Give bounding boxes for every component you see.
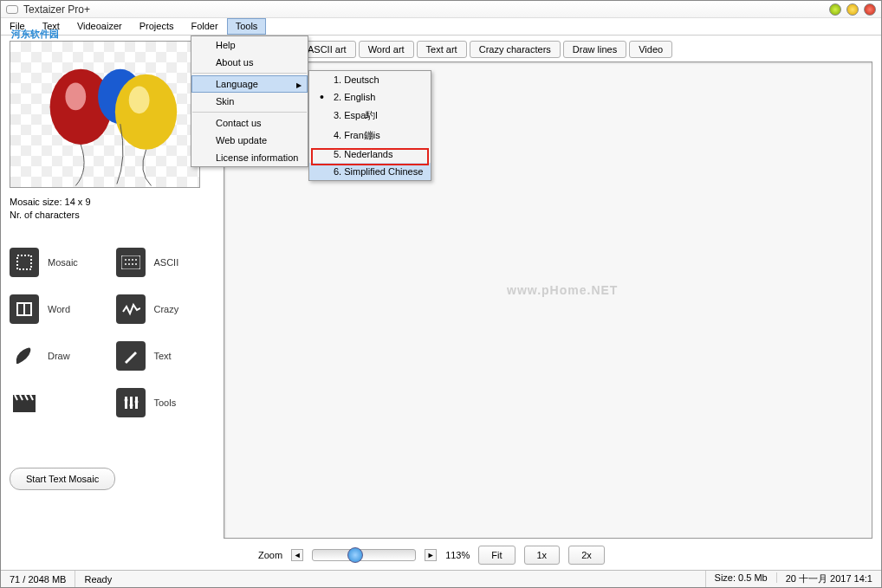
tab-text-art[interactable]: Text art [417,41,467,58]
mosaic-icon [10,248,39,277]
dd-skin[interactable]: Skin [191,93,308,110]
window-title: Textaizer Pro+ [23,3,90,16]
dd-webupdate[interactable]: Web update [191,132,308,149]
tool-grid: Mosaic ASCII Word Crazy Draw Text Tools [10,248,215,417]
tab-video[interactable]: Video [629,41,672,58]
zoom-1x-button[interactable]: 1x [524,546,561,565]
dd-help[interactable]: Help [191,36,308,54]
zoom-slider-thumb[interactable] [347,547,363,563]
menu-projects[interactable]: Projects [131,18,183,35]
ascii-icon [116,248,146,277]
tool-text[interactable]: Text [116,341,216,371]
tool-clapper[interactable] [10,388,109,417]
tools-dropdown: Help About us Language Skin Contact us W… [191,36,308,167]
menu-tools[interactable]: Tools [227,18,267,35]
svg-point-13 [132,263,133,265]
lang-deutsch[interactable]: 1. Deutsch [309,71,431,88]
svg-point-22 [134,400,138,404]
menu-text[interactable]: Text [34,18,68,35]
tool-crazy[interactable]: Crazy [116,294,216,324]
tool-draw[interactable]: Draw [10,341,109,371]
svg-point-4 [129,87,150,114]
svg-point-9 [132,259,133,261]
zoom-left-arrow[interactable]: ◄ [291,549,303,561]
status-date: 20 十一月 2017 14:1 [777,572,881,585]
svg-point-7 [125,259,126,261]
minimize-button[interactable] [829,3,841,16]
app-icon [6,5,18,14]
tool-word[interactable]: Word [10,294,109,324]
close-button[interactable] [864,3,876,16]
tool-ascii[interactable]: ASCII [116,248,216,277]
menu-folder[interactable]: Folder [182,18,226,35]
dd-license[interactable]: License information [191,149,308,166]
lang-simplified-chinese[interactable]: 6. Simplified Chinese [309,163,431,180]
lang-francais[interactable]: 4. Fran鏰is [309,126,431,145]
language-submenu: 1. Deutsch 2. English 3. Espa馰l 4. Fran鏰… [308,70,431,181]
status-ready: Ready [75,571,705,587]
maximize-button[interactable] [846,3,859,16]
mosaic-size-label: Mosaic size: 14 x 9 [10,197,215,207]
balloons-image [10,42,199,187]
tools-icon [116,388,146,417]
menu-file[interactable]: File [1,18,34,35]
crazy-icon [116,294,146,324]
svg-rect-15 [13,400,36,412]
svg-rect-5 [17,255,31,269]
svg-point-3 [115,74,177,150]
lang-nederlands[interactable]: 5. Nederlands [309,145,431,163]
status-memory: 71 / 2048 MB [1,571,75,587]
svg-point-20 [124,398,127,402]
tab-draw-lines[interactable]: Draw lines [563,41,626,58]
zoom-2x-button[interactable]: 2x [568,546,605,565]
lang-english[interactable]: 2. English [309,88,431,106]
zoom-value: 113% [445,550,470,560]
tool-tools[interactable]: Tools [116,388,216,417]
menubar: File Text Videoaizer Projects Folder Too… [1,18,881,36]
clapper-icon [10,388,39,417]
zoom-slider[interactable] [312,549,416,561]
dd-about[interactable]: About us [191,54,308,71]
text-icon [116,341,146,371]
draw-icon [10,341,39,371]
tabs: ASCII art Word art Text art Crazy charac… [298,41,872,58]
zoom-controls: Zoom ◄ ► 113% Fit 1x 2x [224,539,872,565]
svg-point-14 [135,263,137,265]
statusbar: 71 / 2048 MB Ready Size: 0.5 Mb 20 十一月 2… [1,570,881,587]
zoom-right-arrow[interactable]: ► [425,549,437,561]
menu-videoaizer[interactable]: Videoaizer [68,18,131,35]
dd-language[interactable]: Language [191,75,308,93]
lang-espanol[interactable]: 3. Espa馰l [309,106,431,126]
characters-label: Nr. of characters [10,210,215,220]
start-text-mosaic-button[interactable]: Start Text Mosaic [10,468,115,490]
svg-point-11 [125,263,126,265]
window-buttons [829,3,876,16]
titlebar: Textaizer Pro+ [1,1,881,18]
image-preview[interactable] [10,41,200,188]
svg-point-21 [129,404,133,407]
svg-point-1 [65,83,86,111]
zoom-fit-button[interactable]: Fit [478,546,515,565]
svg-rect-6 [121,255,140,269]
word-icon [10,294,39,324]
svg-point-8 [128,259,130,261]
tab-crazy-characters[interactable]: Crazy characters [470,41,561,58]
zoom-label: Zoom [258,550,282,560]
svg-point-10 [135,259,137,261]
status-size: Size: 0.5 Mb [706,572,777,583]
svg-point-12 [128,263,130,265]
dd-contact[interactable]: Contact us [191,114,308,132]
tool-mosaic[interactable]: Mosaic [10,248,109,277]
tab-word-art[interactable]: Word art [359,41,414,58]
